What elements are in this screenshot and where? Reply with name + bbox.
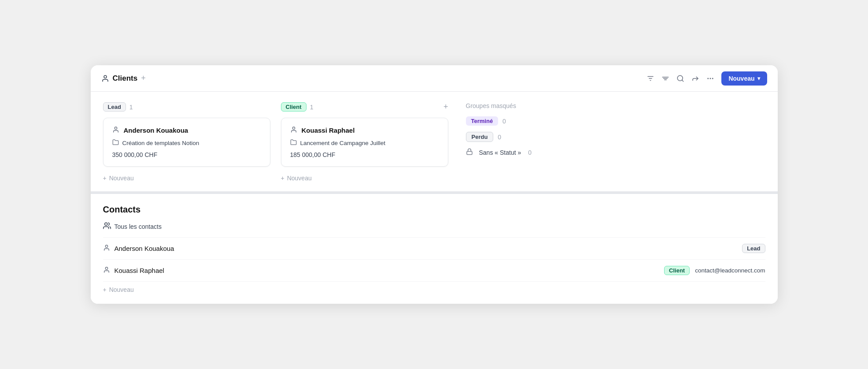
hidden-group-perdu: Perdu 0 [466, 132, 609, 142]
svg-point-12 [115, 127, 117, 129]
nouveau-button[interactable]: Nouveau ▾ [721, 71, 767, 86]
header-left: Clients + [101, 74, 647, 83]
col-header-client: Client 1 + [281, 102, 448, 112]
svg-point-17 [105, 267, 107, 269]
contact-badges: Lead [742, 244, 765, 253]
kanban-col-client: Client 1 + Kouassi Raphael [281, 102, 448, 184]
kanban-col-lead: Lead 1 Anderson Kouakoua Création [103, 102, 270, 184]
card-person-name: Anderson Kouakoua [124, 127, 188, 134]
sort-icon[interactable] [661, 75, 669, 82]
svg-point-16 [105, 245, 107, 247]
search-icon[interactable] [676, 75, 684, 82]
hidden-groups-title: Groupes masqués [466, 102, 609, 109]
client-count: 1 [310, 104, 314, 111]
sans-statut-label: Sans « Statut » [479, 149, 521, 156]
client-badge: Client [281, 102, 307, 112]
header-right: Nouveau ▾ [646, 71, 767, 86]
col-add-button[interactable]: + [443, 102, 448, 112]
card-person: Anderson Kouakoua [112, 126, 261, 134]
lock-icon [466, 148, 473, 157]
person-icon [290, 126, 297, 134]
person-icon [103, 266, 110, 275]
filter-icon[interactable] [646, 75, 654, 82]
plus-icon: + [103, 175, 107, 182]
svg-line-8 [682, 80, 683, 81]
contact-badges: Client contact@leadconnect.com [664, 266, 765, 275]
page-title: Clients [113, 74, 138, 83]
lead-count: 1 [129, 104, 133, 111]
contacts-group-label: Tous les contacts [103, 222, 765, 231]
sans-statut-count: 0 [528, 149, 532, 156]
contact-badge-client: Client [664, 266, 690, 275]
contact-email: contact@leadconnect.com [695, 267, 765, 274]
kanban-card[interactable]: Anderson Kouakoua Création de templates … [103, 118, 270, 167]
contact-name: Kouassi Raphael [103, 266, 665, 275]
clients-icon [101, 75, 109, 82]
share-icon[interactable] [691, 75, 699, 82]
plus-icon: + [281, 175, 284, 182]
app-window: Clients + Nouveau ▾ [91, 65, 778, 304]
card-person: Kouassi Raphael [290, 126, 439, 134]
contact-row[interactable]: Kouassi Raphael Client contact@leadconne… [103, 259, 765, 281]
hidden-group-termine: Terminé 0 [466, 116, 609, 126]
card-project-name: Création de templates Notion [122, 140, 199, 146]
card-project: Création de templates Notion [112, 139, 261, 147]
header: Clients + Nouveau ▾ [91, 65, 778, 92]
plus-icon: + [103, 286, 107, 293]
folder-icon [290, 139, 297, 147]
termine-count: 0 [502, 118, 506, 125]
client-new-button[interactable]: + Nouveau [281, 172, 448, 184]
contacts-group-text: Tous les contacts [115, 223, 162, 230]
perdu-badge: Perdu [466, 132, 494, 142]
kanban-card[interactable]: Kouassi Raphael Lancement de Campagne Ju… [281, 118, 448, 167]
svg-point-15 [104, 223, 107, 225]
card-amount: 185 000,00 CHF [290, 151, 439, 158]
header-add-button[interactable]: + [141, 74, 146, 83]
hidden-group-sans-statut: Sans « Statut » 0 [466, 148, 609, 157]
svg-point-10 [710, 78, 711, 79]
card-amount: 350 000,00 CHF [112, 151, 261, 158]
folder-icon [112, 139, 119, 147]
contacts-new-button[interactable]: + Nouveau [103, 281, 765, 293]
person-icon [103, 244, 110, 253]
more-icon[interactable] [706, 75, 714, 82]
svg-point-13 [292, 127, 295, 129]
contact-badge-lead: Lead [742, 244, 765, 253]
hidden-groups: Groupes masqués Terminé 0 Perdu 0 Sans «… [459, 102, 609, 163]
svg-rect-14 [467, 151, 472, 154]
contacts-group-icon [103, 222, 111, 231]
kanban-section: Lead 1 Anderson Kouakoua Création [91, 92, 778, 194]
lead-new-button[interactable]: + Nouveau [103, 172, 270, 184]
lead-badge: Lead [103, 102, 126, 112]
perdu-count: 0 [498, 134, 501, 141]
card-person-name: Kouassi Raphael [302, 127, 355, 134]
nouveau-caret-icon: ▾ [757, 75, 760, 82]
svg-point-11 [713, 78, 713, 79]
contacts-section: Contacts Tous les contacts Anderson Koua… [91, 194, 778, 304]
contact-name: Anderson Kouakoua [103, 244, 742, 253]
contacts-title: Contacts [103, 205, 765, 215]
svg-point-0 [104, 75, 107, 78]
person-icon [112, 126, 119, 134]
col-header-lead: Lead 1 [103, 102, 270, 112]
kanban-columns: Lead 1 Anderson Kouakoua Création [103, 102, 765, 184]
svg-point-9 [708, 78, 709, 79]
termine-badge: Terminé [466, 116, 499, 126]
card-project: Lancement de Campagne Juillet [290, 139, 439, 147]
card-project-name: Lancement de Campagne Juillet [300, 140, 386, 146]
contact-row[interactable]: Anderson Kouakoua Lead [103, 237, 765, 259]
